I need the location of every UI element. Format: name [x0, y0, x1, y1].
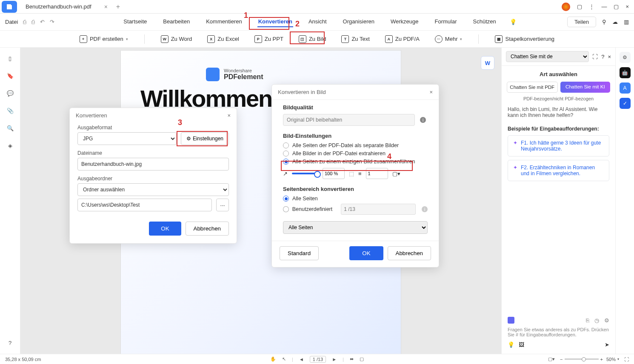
radio-extract-images[interactable]: Alle Bilder in der PDF-Datei extrahieren	[283, 151, 428, 156]
ai-mode-select[interactable]: Chatten Sie mit de	[506, 51, 589, 62]
range-select[interactable]: Alle Seiten	[283, 221, 428, 234]
dialog1-cancel-button[interactable]: Abbrechen	[186, 222, 229, 236]
translate-icon[interactable]: A	[620, 82, 631, 94]
help-ai-icon[interactable]: ?	[601, 54, 604, 60]
maximize-icon[interactable]: ▢	[614, 3, 619, 10]
to-excel-button[interactable]: XZu Excel	[206, 34, 241, 44]
attachments-icon[interactable]: 📎	[7, 108, 14, 114]
more-button[interactable]: ···Mehr▾	[433, 34, 464, 44]
copy-icon[interactable]: ⎘	[586, 317, 589, 324]
folder-select[interactable]: Ordner auswählen	[77, 183, 229, 196]
browse-folder-button[interactable]: ···	[216, 199, 229, 211]
to-text-button[interactable]: TZu Text	[340, 34, 371, 44]
ai-bot-icon[interactable]: 🤖	[620, 67, 631, 78]
tab-kommentieren[interactable]: Kommentieren	[205, 17, 243, 27]
lightbulb-icon[interactable]: 💡	[510, 19, 517, 25]
ai-floating-button[interactable]: W	[481, 56, 494, 70]
document-tab[interactable]: Benutzerhandbuch-win.pdf ×	[20, 0, 113, 14]
bulb-icon[interactable]: 💡	[508, 341, 514, 348]
range-input[interactable]	[341, 204, 416, 215]
user-avatar[interactable]	[562, 3, 570, 11]
panel-toggle-icon[interactable]: ▥	[624, 19, 629, 25]
tab-formular[interactable]: Formular	[434, 17, 458, 27]
filename-input[interactable]	[77, 158, 229, 171]
fit-page-icon[interactable]: ▢	[360, 356, 364, 362]
page-indicator[interactable]: 1 /13	[310, 356, 326, 363]
add-tab-icon[interactable]: +	[116, 3, 120, 11]
help-icon[interactable]: ?	[9, 340, 11, 346]
select-tool-icon[interactable]: ↖	[282, 356, 286, 362]
info-icon[interactable]: i	[422, 206, 428, 212]
zoom-out-icon[interactable]: −	[560, 357, 563, 362]
dpi-select[interactable]	[283, 114, 415, 126]
format-select[interactable]: JPG	[77, 132, 177, 145]
comments-icon[interactable]: 💬	[7, 90, 14, 97]
info-icon[interactable]: i	[420, 117, 426, 123]
redo-icon[interactable]: ↷	[50, 19, 54, 25]
tab-konvertieren[interactable]: Konvertieren	[257, 17, 293, 27]
kebab-menu-icon[interactable]: ⋮	[589, 3, 594, 10]
layout-dropdown-icon[interactable]: ▢▾	[392, 171, 400, 177]
folder-path-input[interactable]	[77, 199, 212, 211]
send-icon[interactable]: ➤	[605, 341, 609, 348]
close-ai-icon[interactable]: ×	[608, 54, 611, 60]
minimize-icon[interactable]: —	[601, 3, 607, 10]
dialog1-ok-button[interactable]: OK	[149, 222, 181, 236]
radio-merge-image[interactable]: Alle Seiten zu einem einzigen Bild zusam…	[283, 159, 428, 165]
radio-custom-range[interactable]: Benutzerdefiniert i	[283, 204, 428, 215]
create-pdf-button[interactable]: ＋PDF erstellen▾	[78, 34, 130, 44]
to-word-button[interactable]: WZu Word	[159, 34, 194, 44]
check-icon[interactable]: ✓	[620, 98, 631, 109]
fullscreen-icon[interactable]: ⛶	[624, 357, 629, 362]
next-page-icon[interactable]: ►	[332, 357, 337, 362]
zoom-slider-sb[interactable]	[565, 358, 599, 360]
tab-startseite[interactable]: Startseite	[123, 17, 148, 27]
settings-button[interactable]: ⚙Einstellungen	[181, 132, 229, 145]
dialog2-ok-button[interactable]: OK	[349, 246, 383, 260]
radio-all-pages[interactable]: Alle Seiten	[283, 196, 428, 202]
dialog2-cancel-button[interactable]: Abbrechen	[388, 246, 431, 260]
cols-spin[interactable]	[366, 168, 388, 179]
sliders-icon[interactable]: ⚙	[620, 52, 631, 63]
tab-ansicht[interactable]: Ansicht	[308, 17, 328, 27]
settings-ai-icon[interactable]: ⚙	[604, 317, 609, 324]
zoom-slider[interactable]	[292, 173, 318, 174]
print-icon[interactable]: ⎙	[31, 19, 35, 25]
window-layout-icon[interactable]: ▢	[577, 3, 582, 10]
export-icon[interactable]: ↗	[283, 171, 288, 177]
to-pdfa-button[interactable]: AZu PDF/A	[383, 34, 421, 44]
link-icon[interactable]: ⚲	[602, 19, 606, 25]
layers-icon[interactable]: ◈	[8, 142, 12, 149]
file-menu[interactable]: Datei	[5, 19, 18, 25]
hand-tool-icon[interactable]: ✋	[270, 356, 276, 362]
close-dialog2-icon[interactable]: ×	[429, 89, 433, 95]
to-image-button[interactable]: ◫Zu Bild	[297, 34, 328, 44]
share-button[interactable]: Teilen	[567, 17, 596, 27]
example-prompt-2[interactable]: ✦F2. Erzähltechniken in Romanen und in F…	[508, 160, 609, 181]
batch-convert-button[interactable]: ▦Stapelkonvertierung	[493, 34, 556, 44]
zoom-in-icon[interactable]: +	[600, 357, 603, 362]
prev-page-icon[interactable]: ◄	[299, 357, 304, 362]
view-mode-icon[interactable]: ▢▾	[548, 356, 555, 362]
bookmarks-icon[interactable]: 🔖	[7, 73, 14, 79]
to-ppt-button[interactable]: PZu PPT	[253, 34, 285, 44]
close-tab-icon[interactable]: ×	[104, 3, 108, 10]
standard-button[interactable]: Standard	[280, 246, 319, 260]
expand-icon[interactable]: ⛶	[592, 54, 598, 60]
columns-icon[interactable]: ≡	[358, 171, 362, 177]
zoom-spin[interactable]	[323, 168, 345, 179]
cloud-icon[interactable]: ☁	[612, 19, 618, 25]
radio-separate-images[interactable]: Alle Seiten der PDF-Datei als separate B…	[283, 142, 428, 148]
tab-organisieren[interactable]: Organisieren	[342, 17, 375, 27]
image-upload-icon[interactable]: 🖼	[519, 341, 524, 348]
close-dialog1-icon[interactable]: ×	[227, 112, 231, 119]
tab-schuetzen[interactable]: Schützen	[472, 17, 497, 27]
search-icon[interactable]: 🔍	[7, 125, 14, 131]
tab-bearbeiten[interactable]: Bearbeiten	[162, 17, 191, 27]
close-window-icon[interactable]: ×	[625, 3, 629, 10]
tab-werkzeuge[interactable]: Werkzeuge	[390, 17, 420, 27]
undo-icon[interactable]: ↶	[40, 19, 45, 25]
zoom-value[interactable]: 50%	[606, 357, 616, 362]
chat-ki-button[interactable]: Chatten Sie mit KI	[560, 82, 611, 93]
example-prompt-1[interactable]: ✦F1. Ich hätte gerne 3 Ideen für gute Ne…	[508, 135, 609, 156]
